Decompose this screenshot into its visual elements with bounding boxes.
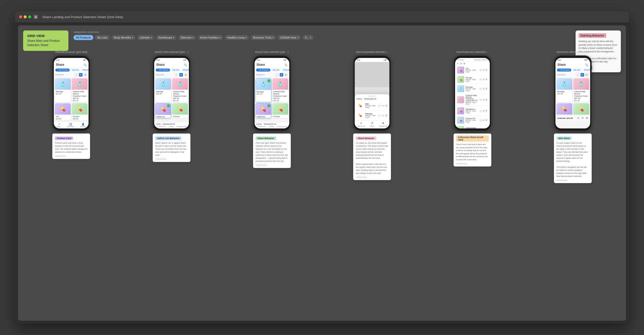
annotation-tag-5: Fullscreen Sheet Scroll View — [456, 136, 489, 142]
pill-business-tools[interactable]: Business Tools ▾ — [251, 35, 276, 40]
product-card-celavive[interactable]: 🧴 Celavive Daily Mineral Protective Crea… — [72, 78, 88, 102]
maximize-button[interactable] — [28, 15, 31, 18]
mini-add-icon[interactable]: + — [577, 116, 579, 120]
list-6[interactable]: ≡ — [576, 73, 580, 77]
phone-screen-2-selected: 9:30● ▶ ▪ Share 🔍 ✓ All Products My List… — [255, 58, 289, 128]
mini-close-icon[interactable]: ✕ — [586, 116, 588, 120]
product-card-procosa[interactable]: 💊 Procosa $40.65 — [72, 103, 88, 120]
product-celavive-6[interactable]: 🧴 Celavive Daily Mineral Protective Crea… — [573, 78, 589, 102]
product-card-biomega[interactable]: 🧴 Biomega $27.95 — [55, 78, 71, 102]
share-action[interactable]: ↗ Share — [57, 123, 61, 127]
product-procosa-3[interactable]: 💊 Procosa — [272, 103, 288, 118]
qty-increase-p[interactable]: + — [384, 114, 388, 117]
product-biomega-2[interactable]: 🧴 Biomega $27.95 — [155, 78, 171, 102]
pill-usana-gear[interactable]: USANA Gear ▾ — [277, 35, 301, 40]
filter-all-products[interactable]: ✓ All Products — [55, 69, 70, 72]
add-to-list-3[interactable]: + Add to List — [257, 126, 266, 127]
pill-body-benefits[interactable]: Body Benefits ▾ — [111, 35, 136, 40]
filter-2-all[interactable]: ✓ All Products — [156, 69, 170, 72]
pill-all-products[interactable]: All Products — [73, 35, 93, 40]
search-icon-2[interactable]: 🔍 — [184, 63, 187, 66]
filter-body-benefits[interactable]: Body Benefits ▾ — [81, 69, 89, 72]
filter-6[interactable]: ▤ — [585, 73, 589, 77]
pill-healthy-living[interactable]: Healthy Living ▾ — [225, 35, 249, 40]
add-list-icon[interactable]: + — [457, 62, 458, 65]
grid-6[interactable]: ⊞ — [581, 73, 584, 77]
filter-row-6: ✓ All Products My Lists Body Benefits ▾ — [555, 68, 590, 72]
filter-my-lists[interactable]: My Lists — [71, 69, 80, 72]
fs-qty-inc[interactable]: + — [485, 69, 488, 72]
pill-more[interactable]: S... ▾ — [302, 35, 314, 40]
product-celavive-2[interactable]: 🧴 Celavive Daily Mineral Protective Crea… — [172, 78, 188, 102]
deselect-3[interactable]: ✕ Deselect All — [277, 126, 286, 127]
product-img: 🧴 — [72, 78, 88, 90]
product-biomega-3[interactable]: 🧴 Biomega $27.95 ✓ — [256, 78, 271, 102]
deselect-all-btn[interactable]: ✕ Deselect All — [177, 126, 186, 127]
filter-btn[interactable]: ▤ — [84, 73, 87, 77]
pill-nutritionals[interactable]: Nutritionals ▾ — [156, 35, 177, 40]
qty-increase[interactable]: + — [384, 104, 388, 107]
list-view-3[interactable]: ≡ — [275, 73, 279, 77]
filter-2-lists[interactable]: My Lists — [171, 69, 181, 72]
product-procosa-2[interactable]: 💊 Procosa — [172, 103, 188, 118]
share-sheet[interactable]: ↗ Share — [367, 121, 377, 127]
auto-order-action[interactable]: 🔄 Auto Order — [67, 123, 74, 127]
fs-item-procosa: 💊 Procosa $40.65 · Item #125 − 1 + — [455, 75, 490, 84]
product-hana-3[interactable]: 💊 HANA Iron ✓ — [256, 103, 271, 118]
phone-label-1-selected: share/1-item-selected (grid ...) — [155, 51, 188, 53]
mini-share-icon[interactable]: ↗ — [581, 116, 584, 120]
fs-qty-dec[interactable]: − — [479, 69, 482, 72]
pill-active-nutrition[interactable]: Active Nutrition ▾ — [197, 35, 223, 40]
filter-3[interactable]: ▤ — [284, 73, 288, 77]
search-icon[interactable]: 🔍 — [84, 63, 87, 66]
search-icon-6[interactable]: 🔍 — [585, 63, 588, 66]
add-to-list-btn[interactable]: + Add to List — [157, 126, 165, 127]
share-icon[interactable]: ↗ — [460, 62, 462, 65]
minimize-button[interactable] — [24, 15, 27, 18]
status-bar-4: 8:30● ▶ ▪ — [355, 58, 389, 62]
account-action[interactable]: 👤 Account — [80, 123, 86, 127]
list-view-btn-2[interactable]: ≡ — [175, 73, 178, 77]
grid-view-btn[interactable]: ⊞ — [79, 73, 83, 77]
sort-label-2[interactable]: Featured ▾ — [156, 74, 164, 76]
status-bar-2: 9:30● ▶ ▪ — [154, 58, 189, 62]
sort-icons: ≡ ⊞ ▤ — [74, 73, 87, 77]
grid-view-btn-2[interactable]: ⊞ — [179, 73, 183, 77]
pill-skincare[interactable]: Skincare ▾ — [178, 35, 196, 40]
grid-view-3[interactable]: ⊞ — [280, 73, 283, 77]
close-icon[interactable]: ✕ — [463, 62, 465, 65]
share-btn[interactable]: ↗ Share — [168, 126, 174, 127]
search-icon-3[interactable]: 🔍 — [284, 63, 287, 66]
fs-qty-coenz: − 1 + — [479, 128, 488, 128]
list-view-btn[interactable]: ≡ — [74, 73, 78, 77]
product-card-iron[interactable]: 💊 Iron $23.65 — [55, 103, 71, 120]
traffic-lights — [19, 15, 31, 18]
categories-label: categories-scroll-box — [73, 30, 621, 34]
product-biomega-6[interactable]: 🧴 Biomega $27.95 — [556, 78, 572, 102]
deselect-sheet[interactable]: ✕ Deselect All — [378, 121, 388, 127]
close-button[interactable] — [19, 15, 22, 18]
sheet-handle — [368, 96, 376, 96]
title-bar: 🖥 Share Landing and Product Selection Sh… — [15, 11, 629, 22]
filter-btn-2[interactable]: ▤ — [184, 73, 187, 77]
phone-label-all-products: share/all-products (grid view) — [55, 51, 87, 53]
fs-qty-procosa: − 1 + — [479, 78, 488, 81]
product-hana-2[interactable]: 💊 HANA Iron ✓ — [155, 103, 171, 118]
qty-decrease[interactable]: − — [378, 104, 381, 107]
add-to-list-sheet[interactable]: + Add to List — [356, 121, 366, 127]
product-celavive-3[interactable]: 🧴 Celavive Daily Mineral Protective Crea… — [272, 78, 288, 102]
filter-2-body[interactable]: Body Benefits ▾ — [182, 69, 189, 72]
sort-label[interactable]: Featured ▾ — [55, 74, 64, 76]
share-3[interactable]: ↗ Share — [268, 126, 274, 127]
annotation-text: Product cards now have a drop shadow in … — [55, 142, 88, 154]
mini-bottom-sheet-2: 1 Item Subtotal $23.65 + Add to List ↗ S… — [154, 122, 189, 128]
phone-frame-fullscreen: 15 ItemsSubtotal: $840.00 + ↗ ✕ 💊 Iron — [454, 55, 491, 131]
phone-label-mini: share/mini-selected-sheet (... — [556, 51, 589, 53]
fs-qty-biomega: − 1 + — [479, 87, 488, 90]
pill-lifestyle[interactable]: Lifestyle ▾ — [137, 35, 154, 40]
phone-screen-all-products: 9:30● ▶ ▪ Share 🔍 ✓ All Products My List… — [54, 58, 89, 128]
sort-row-6: Featured ▾ ≡ ⊞ ▤ — [555, 72, 590, 77]
annotation-footer-3: USANA/Share — [256, 164, 288, 166]
pill-my-lists[interactable]: My Lists — [95, 35, 110, 40]
qty-decrease-p[interactable]: − — [378, 114, 381, 117]
